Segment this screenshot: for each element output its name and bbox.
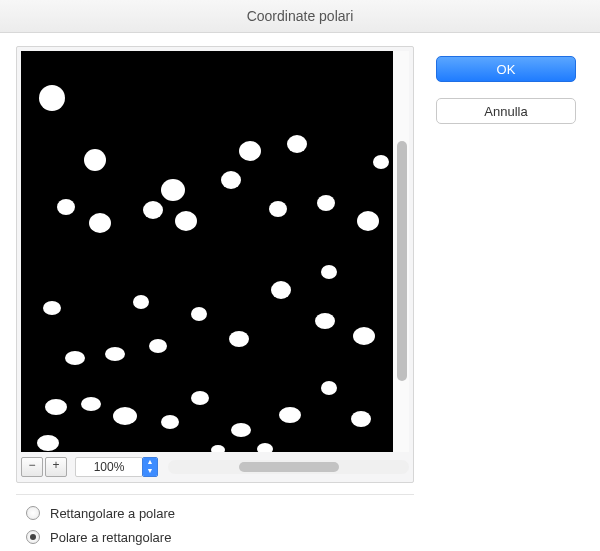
preview-dot [269, 201, 287, 217]
radio-icon[interactable] [26, 530, 40, 544]
preview-dot [271, 281, 291, 299]
zoom-stepper[interactable]: ▲ ▼ [142, 457, 158, 477]
preview-dot [57, 199, 75, 215]
radio-icon[interactable] [26, 506, 40, 520]
preview-dot [175, 211, 197, 231]
preview-dot [81, 397, 101, 411]
horizontal-scrollbar[interactable] [168, 460, 409, 474]
zoom-level-field[interactable]: 100% [75, 457, 143, 477]
preview-footer: − + 100% ▲ ▼ [21, 456, 409, 478]
preview-dot [161, 415, 179, 429]
preview-dot [231, 423, 251, 437]
zoom-level-value: 100% [94, 458, 125, 476]
dialog-title: Coordinate polari [0, 0, 600, 33]
preview-dot [239, 141, 261, 161]
option-rect-to-polar[interactable]: Rettangolare a polare [26, 501, 404, 525]
horizontal-scrollbar-thumb[interactable] [239, 462, 339, 472]
preview-dot [65, 351, 85, 365]
preview-dot [321, 265, 337, 279]
preview-dot [45, 399, 67, 415]
preview-dot [161, 179, 185, 201]
preview-dot [373, 155, 389, 169]
preview-dot [143, 201, 163, 219]
preview-dot [43, 301, 61, 315]
preview-panel: − + 100% ▲ ▼ [16, 46, 414, 483]
preview-dot [353, 327, 375, 345]
preview-dot [89, 213, 111, 233]
dialog-window: Coordinate polari − + 100% ▲ ▼ [0, 0, 600, 551]
option-polar-to-rect[interactable]: Polare a rettangolare [26, 525, 404, 549]
preview-dot [315, 313, 335, 329]
preview-dot [149, 339, 167, 353]
preview-dot [357, 211, 379, 231]
preview-dot [211, 445, 225, 452]
preview-dot [221, 171, 241, 189]
preview-dot [39, 85, 65, 111]
option-label: Rettangolare a polare [50, 506, 175, 521]
vertical-scrollbar-thumb[interactable] [397, 141, 407, 381]
preview-dot [113, 407, 137, 425]
preview-dot [229, 331, 249, 347]
zoom-in-button[interactable]: + [45, 457, 67, 477]
preview-dot [279, 407, 301, 423]
preview-dot [133, 295, 149, 309]
preview-dot [321, 381, 337, 395]
preview-dot [84, 149, 106, 171]
ok-button[interactable]: OK [436, 56, 576, 82]
preview-dot [37, 435, 59, 451]
cancel-button[interactable]: Annulla [436, 98, 576, 124]
preview-dot [317, 195, 335, 211]
preview-canvas[interactable] [21, 51, 393, 452]
dialog-content: − + 100% ▲ ▼ OK Annulla [0, 32, 600, 551]
zoom-stepper-up-icon[interactable]: ▲ [143, 458, 157, 467]
zoom-stepper-down-icon[interactable]: ▼ [143, 467, 157, 476]
preview-dot [191, 391, 209, 405]
options-group: Rettangolare a polare Polare a rettangol… [16, 494, 414, 551]
vertical-scrollbar[interactable] [393, 51, 409, 452]
preview-dot [351, 411, 371, 427]
dialog-buttons: OK Annulla [436, 56, 576, 124]
preview-dot [191, 307, 207, 321]
option-label: Polare a rettangolare [50, 530, 171, 545]
zoom-out-button[interactable]: − [21, 457, 43, 477]
preview-dot [257, 443, 273, 452]
preview-canvas-wrap [21, 51, 409, 452]
preview-dot [287, 135, 307, 153]
preview-dot [105, 347, 125, 361]
